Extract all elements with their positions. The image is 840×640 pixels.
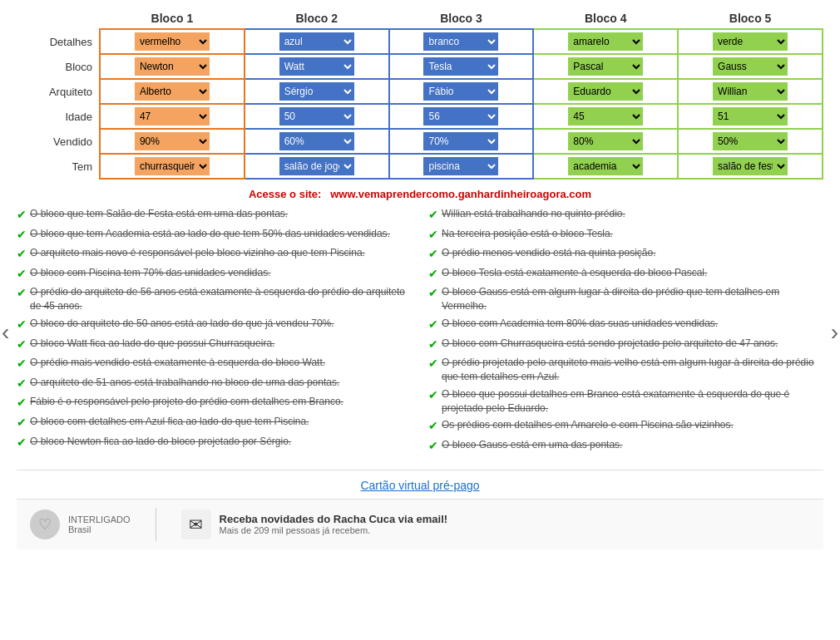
- clue-text: O arquiteto mais novo é responsável pelo…: [30, 246, 365, 260]
- cell-0-4: verde: [678, 29, 823, 54]
- footer-link-section: Cartão virtual pré-pago: [17, 470, 823, 492]
- check-icon: ✔: [428, 227, 438, 244]
- select-5-4[interactable]: salão de fest: [713, 157, 788, 175]
- footer-email-text: Receba novidades do Racha Cuca via email…: [220, 513, 448, 535]
- select-2-1[interactable]: Sérgio: [279, 82, 354, 101]
- bottom-footer: ♡ INTERLIGADO Brasil ✉ Receba novidades …: [17, 499, 823, 549]
- email-icon: ✉: [181, 510, 211, 539]
- bloco4-header: Bloco 4: [533, 8, 678, 29]
- clues-left: ✔O bloco que tem Salão de Festa está em …: [17, 207, 412, 458]
- select-2-4[interactable]: Willian: [713, 82, 788, 101]
- select-0-1[interactable]: azul: [279, 32, 354, 51]
- clue-text: O bloco Tesla está exatamente à esquerda…: [442, 266, 707, 280]
- footer-link[interactable]: Cartão virtual pré-pago: [360, 479, 479, 492]
- select-4-2[interactable]: 70%: [423, 132, 498, 150]
- clue-left-4: ✔O prédio do arquiteto de 56 anos está e…: [17, 285, 412, 313]
- cell-3-1: 50: [245, 104, 389, 129]
- cell-2-3: Eduardo: [533, 79, 678, 104]
- puzzle-table: Bloco 1 Bloco 2 Bloco 3 Bloco 4 Bloco 5 …: [17, 8, 823, 180]
- check-icon: ✔: [428, 266, 438, 283]
- select-1-0[interactable]: Newton: [135, 57, 210, 76]
- cell-3-2: 56: [389, 104, 534, 129]
- clue-text: O bloco que tem Salão de Festa está em u…: [30, 207, 288, 221]
- clue-text: Os prédios com detalhes em Amarelo e com…: [442, 418, 734, 432]
- cell-1-1: Watt: [245, 54, 389, 79]
- check-icon: ✔: [17, 317, 27, 333]
- select-3-0[interactable]: 47: [135, 107, 210, 126]
- select-0-4[interactable]: verde: [713, 32, 788, 51]
- clue-right-3: ✔O bloco Tesla está exatamente à esquerd…: [428, 266, 823, 283]
- row-label-vendido: Vendido: [17, 129, 100, 154]
- bloco5-header: Bloco 5: [678, 8, 823, 29]
- select-3-1[interactable]: 50: [279, 107, 354, 126]
- check-icon: ✔: [17, 266, 27, 283]
- select-5-2[interactable]: piscina: [423, 157, 498, 175]
- check-icon: ✔: [428, 317, 438, 333]
- check-icon: ✔: [17, 207, 27, 224]
- clue-right-10: ✔O bloco Gauss está em uma das pontas.: [428, 438, 823, 455]
- clue-text: O bloco com Churrasqueira está sendo pro…: [442, 337, 778, 351]
- promo-banner: Acesse o site: www.vemaprendercomo.ganha…: [17, 188, 823, 200]
- row-label-tem: Tem: [17, 154, 100, 179]
- nav-arrow-right[interactable]: ›: [831, 319, 838, 346]
- select-1-4[interactable]: Gauss: [713, 57, 788, 76]
- check-icon: ✔: [17, 435, 27, 451]
- clue-text: Na terceira posição está o bloco Tesla.: [442, 227, 613, 241]
- clue-right-6: ✔O bloco com Churrasqueira está sendo pr…: [428, 337, 823, 353]
- select-0-2[interactable]: branco: [423, 32, 498, 51]
- email-subtitle: Mais de 209 mil pessoas já recebem.: [220, 525, 448, 535]
- clue-right-4: ✔O bloco Gauss está em algum lugar à dir…: [428, 285, 823, 313]
- select-4-3[interactable]: 80%: [568, 132, 643, 150]
- nav-arrow-left[interactable]: ‹: [2, 319, 9, 346]
- cell-4-4: 50%: [678, 129, 823, 154]
- select-2-3[interactable]: Eduardo: [568, 82, 643, 101]
- clue-left-1: ✔O bloco que tem Academia está ao lado d…: [17, 227, 412, 244]
- clue-right-9: ✔Os prédios com detalhes em Amarelo e co…: [428, 418, 823, 435]
- select-4-4[interactable]: 50%: [713, 132, 788, 150]
- clue-text: Fábio é o responsável pelo projeto do pr…: [30, 395, 343, 409]
- clue-right-1: ✔Na terceira posição está o bloco Tesla.: [428, 227, 823, 244]
- select-3-3[interactable]: 45: [568, 107, 643, 126]
- select-5-1[interactable]: salão de jogo: [279, 157, 354, 175]
- promo-link[interactable]: www.vemaprendercomo.ganhardinheiroagora.…: [330, 188, 591, 200]
- bloco2-header: Bloco 2: [245, 8, 389, 29]
- footer-interligado-block: INTERLIGADO Brasil: [68, 514, 131, 534]
- clue-text: O bloco Gauss está em algum lugar à dire…: [442, 285, 823, 313]
- clue-text: O bloco que possui detalhes em Branco es…: [442, 387, 823, 416]
- row-label-idade: Idade: [17, 104, 100, 129]
- select-1-1[interactable]: Watt: [279, 57, 354, 76]
- select-4-1[interactable]: 60%: [279, 132, 354, 150]
- select-5-0[interactable]: churrasqueira: [135, 157, 210, 175]
- check-icon: ✔: [428, 418, 438, 435]
- cell-4-3: 80%: [533, 129, 678, 154]
- cell-2-0: Alberto: [100, 79, 245, 104]
- cell-0-1: azul: [245, 29, 389, 54]
- select-0-0[interactable]: vermelho: [135, 32, 210, 51]
- footer-left: ♡ INTERLIGADO Brasil: [30, 510, 131, 539]
- select-3-4[interactable]: 51: [713, 107, 788, 126]
- select-0-3[interactable]: amarelo: [568, 32, 643, 51]
- select-3-2[interactable]: 56: [423, 107, 498, 126]
- bloco3-header: Bloco 3: [389, 8, 534, 29]
- select-5-3[interactable]: academia: [568, 157, 643, 175]
- select-1-2[interactable]: Tesla: [423, 57, 498, 76]
- cell-1-2: Tesla: [389, 54, 534, 79]
- select-1-3[interactable]: Pascal: [568, 57, 643, 76]
- email-title: Receba novidades do Racha Cuca via email…: [220, 513, 448, 525]
- select-2-0[interactable]: Alberto: [135, 82, 210, 101]
- promo-text: Acesse o site:: [249, 188, 321, 200]
- cell-2-4: Willian: [678, 79, 823, 104]
- check-icon: ✔: [428, 356, 438, 372]
- clues-right: ✔Willian está trabalhando no quinto préd…: [428, 207, 823, 458]
- cell-5-3: academia: [533, 154, 678, 179]
- clue-text: O bloco Newton fica ao lado do bloco pro…: [30, 435, 291, 449]
- check-icon: ✔: [428, 337, 438, 353]
- cell-1-0: Newton: [100, 54, 245, 79]
- select-2-2[interactable]: Fábio: [423, 82, 498, 101]
- footer-divider: [156, 508, 156, 541]
- select-4-0[interactable]: 90%: [135, 132, 210, 150]
- check-icon: ✔: [17, 415, 27, 431]
- cell-1-4: Gauss: [678, 54, 823, 79]
- cell-3-3: 45: [533, 104, 678, 129]
- cell-3-4: 51: [678, 104, 823, 129]
